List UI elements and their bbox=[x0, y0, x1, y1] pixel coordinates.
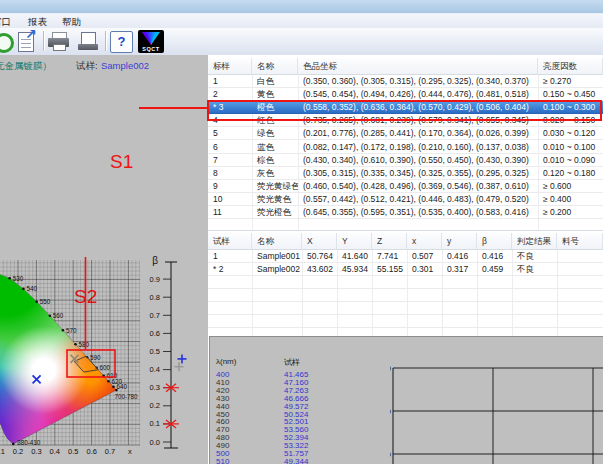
column-header[interactable]: 标样 bbox=[208, 58, 252, 75]
column-header[interactable]: 亮度因数 bbox=[538, 58, 603, 75]
standard-row[interactable]: 8灰色(0.305, 0.315), (0.335, 0.345), (0.32… bbox=[208, 167, 603, 180]
cell: 橙色 bbox=[252, 101, 298, 114]
y-axis-tick-label: 60 bbox=[390, 450, 392, 459]
standard-row[interactable]: 11荧光橙色(0.645, 0.355), (0.595, 0.351), (0… bbox=[208, 206, 603, 219]
cell: (0.558, 0.352), (0.636, 0.364), (0.570, … bbox=[298, 101, 538, 114]
cell: 7.741 bbox=[372, 250, 407, 263]
beta-tick-label: 0.0 bbox=[150, 438, 160, 447]
cell: 黄色 bbox=[252, 88, 298, 101]
standard-row[interactable]: 5绿色(0.201, 0.776), (0.285, 0.441), (0.17… bbox=[208, 127, 603, 140]
cell: 45.934 bbox=[337, 263, 372, 276]
sample-column-header: 试样 bbox=[284, 357, 300, 368]
column-header[interactable]: 名称 bbox=[252, 233, 302, 250]
cell: 红色 bbox=[252, 114, 298, 127]
menu-item-window[interactable]: 窗口 bbox=[0, 15, 11, 28]
cell: 0.120 ~ 0.180 bbox=[538, 167, 603, 180]
column-header[interactable]: x bbox=[407, 233, 442, 250]
beta-tick-label: 0.2 bbox=[150, 401, 160, 410]
cell: * 3 bbox=[208, 101, 252, 114]
sample-row[interactable]: * 2Sample00243.60245.93455.1550.3010.317… bbox=[208, 263, 603, 276]
cell: (0.645, 0.355), (0.595, 0.351), (0.535, … bbox=[298, 206, 538, 219]
empty-row bbox=[208, 289, 603, 302]
cell: * 2 bbox=[208, 263, 252, 276]
beta-axis-label: β bbox=[152, 255, 158, 266]
locus-label: 600 bbox=[100, 364, 111, 371]
standard-row[interactable]: 10荧光黄色(0.557, 0.442), (0.512, 0.421), (0… bbox=[208, 193, 603, 206]
cell: 0.150 ~ 0.450 bbox=[538, 88, 603, 101]
column-header[interactable]: 判定结果 bbox=[512, 233, 557, 250]
beta-tick-label: 0.4 bbox=[150, 365, 160, 374]
x-axis-tick: 0.4 bbox=[50, 447, 60, 456]
cie-diagram-svg: 530540550560570580590600610620640700-780… bbox=[0, 255, 210, 464]
column-header[interactable]: X bbox=[302, 233, 337, 250]
cell: 0.459 bbox=[477, 263, 512, 276]
sample-label: 试样: bbox=[76, 60, 98, 73]
cell: ≥ 0.600 bbox=[538, 180, 603, 193]
cell: 9 bbox=[208, 180, 252, 193]
cell: 0.301 bbox=[407, 263, 442, 276]
cell: 0.416 bbox=[442, 250, 477, 263]
cell: 0.507 bbox=[407, 250, 442, 263]
spectral-chart-svg: 1008060 bbox=[390, 335, 603, 464]
cell: 荧光黄绿色 bbox=[252, 180, 298, 193]
sqct-logo-icon[interactable]: SQCT bbox=[138, 30, 164, 53]
toolbar-separator bbox=[43, 31, 44, 51]
current-sample-name: Sample002 bbox=[101, 60, 149, 71]
standard-row[interactable]: 4红色(0.735, 0.265), (0.681, 0.239), (0.57… bbox=[208, 114, 603, 127]
locus-dot bbox=[107, 380, 110, 383]
locus-label: 580 bbox=[79, 341, 90, 348]
column-header[interactable]: Y bbox=[337, 233, 372, 250]
column-header[interactable]: y bbox=[442, 233, 477, 250]
help-icon[interactable]: ? bbox=[109, 30, 135, 53]
menu-item-help[interactable]: 帮助 bbox=[62, 15, 81, 28]
cell: Sample001 bbox=[252, 250, 302, 263]
cell: 41.640 bbox=[337, 250, 372, 263]
locus-dot bbox=[112, 386, 115, 389]
column-header[interactable]: 料号 bbox=[557, 233, 603, 250]
x-axis-tick: 0.1 bbox=[0, 447, 5, 456]
standard-row[interactable]: 9荧光黄绿色(0.460, 0.540), (0.428, 0.496), (0… bbox=[208, 180, 603, 193]
column-header[interactable]: 色品坐标 bbox=[298, 58, 538, 75]
cell: (0.735, 0.265), (0.681, 0.239), (0.579, … bbox=[298, 114, 538, 127]
cell: 8 bbox=[208, 167, 252, 180]
beta-tick-label: 0.1 bbox=[150, 419, 160, 428]
cell: (0.350, 0.360), (0.305, 0.315), (0.295, … bbox=[298, 75, 538, 88]
beta-tick-label: 0.6 bbox=[150, 329, 160, 338]
x-axis-tick: 0.5 bbox=[68, 447, 78, 456]
toolbar: ↗ ? SQCT bbox=[0, 28, 603, 56]
locus-label: 530 bbox=[13, 275, 24, 282]
locus-label: 640 bbox=[116, 383, 127, 390]
column-header[interactable]: β bbox=[477, 233, 512, 250]
locus-label: 700-780 bbox=[114, 393, 138, 400]
standard-row[interactable]: 1白色(0.350, 0.360), (0.305, 0.315), (0.29… bbox=[208, 75, 603, 88]
empty-row bbox=[208, 276, 603, 289]
connection-icon[interactable] bbox=[0, 30, 16, 53]
column-header[interactable]: 试样 bbox=[208, 233, 252, 250]
column-header[interactable]: Z bbox=[372, 233, 407, 250]
locus-label: 590 bbox=[90, 354, 101, 361]
x-axis-tick: 0.7 bbox=[105, 447, 115, 456]
standards-table: 标样名称色品坐标亮度因数1白色(0.350, 0.360), (0.305, 0… bbox=[208, 58, 603, 230]
cell: ≥ 0.400 bbox=[538, 193, 603, 206]
toolbar-separator bbox=[105, 31, 106, 51]
cell: 4 bbox=[208, 114, 252, 127]
column-header[interactable]: 名称 bbox=[252, 58, 298, 75]
sample-row[interactable]: 1Sample00150.76441.6407.7410.5070.4160.4… bbox=[208, 250, 603, 263]
coating-type-text: 无金属镀膜） bbox=[0, 60, 52, 73]
export-report-icon[interactable]: ↗ bbox=[15, 30, 41, 53]
standard-row[interactable]: * 3橙色(0.558, 0.352), (0.636, 0.364), (0.… bbox=[208, 101, 603, 114]
standard-row[interactable]: 7棕色(0.430, 0.340), (0.610, 0.390), (0.55… bbox=[208, 154, 603, 167]
standard-row[interactable]: 6蓝色(0.082, 0.147), (0.172, 0.198), (0.21… bbox=[208, 141, 603, 154]
print-preview-icon[interactable] bbox=[76, 30, 102, 53]
standard-row[interactable]: 2黄色(0.545, 0.454), (0.494, 0.426), (0.44… bbox=[208, 88, 603, 101]
cell bbox=[557, 263, 603, 276]
locus-label: 540 bbox=[26, 285, 37, 292]
print-icon[interactable] bbox=[46, 30, 72, 53]
locus-label: 570 bbox=[66, 327, 77, 334]
title-bar[interactable] bbox=[0, 0, 603, 14]
cell: 5 bbox=[208, 127, 252, 140]
sample002-beta-marker bbox=[178, 354, 187, 363]
cell: 0.416 bbox=[477, 250, 512, 263]
cell: Sample002 bbox=[252, 263, 302, 276]
cell: 0.100 ~ 0.300 bbox=[538, 101, 603, 114]
